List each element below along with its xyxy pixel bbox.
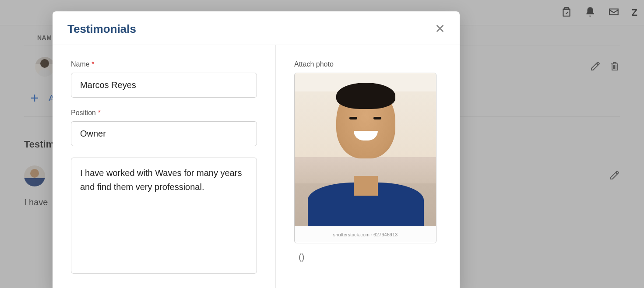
close-button[interactable] — [435, 24, 445, 35]
position-input[interactable] — [71, 121, 257, 146]
modal-title: Testimonials — [67, 22, 136, 36]
name-input[interactable] — [71, 73, 257, 98]
testimonials-modal: Testimonials Name * Position * I have wo… — [53, 11, 460, 288]
modal-form-right: Attach photo shutterstock.com · 62794691… — [276, 45, 460, 288]
photo-image — [295, 73, 436, 226]
modal-header: Testimonials — [53, 11, 460, 45]
testimonial-textarea[interactable]: I have worked with Waves for many years … — [71, 158, 257, 274]
name-label: Name * — [71, 60, 257, 68]
photo-preview[interactable]: shutterstock.com · 627946913 — [294, 73, 436, 243]
modal-form-left: Name * Position * I have worked with Wav… — [53, 45, 276, 288]
photo-meta-text: () — [294, 252, 441, 262]
attach-photo-label: Attach photo — [294, 60, 441, 68]
position-label: Position * — [71, 109, 257, 117]
photo-watermark: shutterstock.com · 627946913 — [295, 226, 436, 243]
